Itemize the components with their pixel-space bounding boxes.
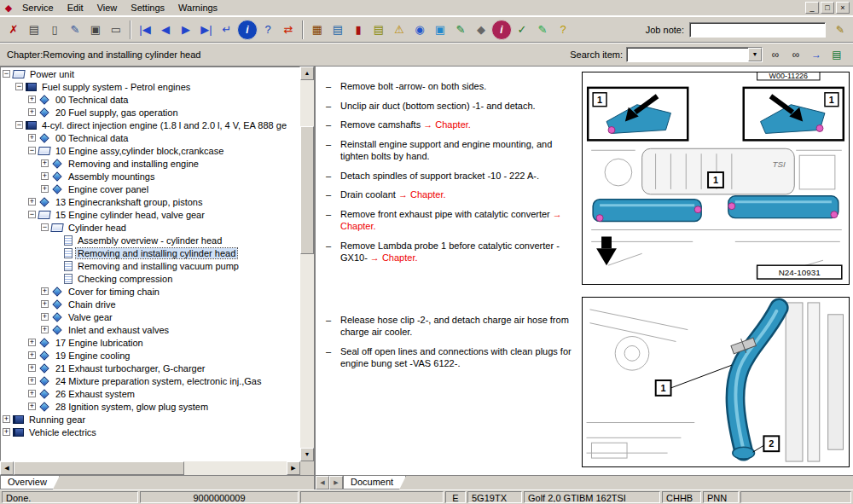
exit-icon[interactable]: ✗ [3, 20, 24, 40]
expand-icon[interactable]: + [41, 185, 49, 193]
scroll-up-icon[interactable]: ▲ [300, 67, 314, 80]
tab-scroll-right-icon[interactable]: ▶ [329, 476, 343, 490]
tree-item[interactable]: +Removing and installing engine [1, 157, 299, 170]
tree-horizontal-scrollbar[interactable]: ◀ ▶ [0, 461, 300, 475]
info-icon[interactable]: i [237, 20, 258, 40]
service-info-icon[interactable]: i [491, 20, 512, 40]
tree-item[interactable]: +13 Enginecrankshaft group, pistons [1, 195, 299, 208]
vehicle-data-icon[interactable]: ▭ [106, 20, 126, 40]
search-global-icon[interactable]: ∞ [786, 45, 805, 64]
tree-item[interactable]: +24 Mixture preparation system, electron… [1, 374, 299, 387]
tab-document[interactable]: Document [343, 476, 406, 490]
notes-list-icon[interactable]: ▤ [368, 20, 389, 40]
warning-icon[interactable]: ⚠ [389, 20, 409, 40]
menu-warnings[interactable]: Warnings [171, 1, 224, 14]
collapse-icon[interactable]: − [3, 70, 10, 78]
tree-item[interactable]: +Cover for timing chain [1, 285, 299, 298]
tree-item[interactable]: −Cylinder head [1, 221, 299, 234]
previous-record-icon[interactable]: ◀ [155, 20, 176, 40]
tab-scroll-left-icon[interactable]: ◀ [316, 476, 329, 490]
collapse-icon[interactable]: − [41, 223, 49, 231]
collapse-icon[interactable]: − [15, 121, 23, 129]
tree-item[interactable]: +19 Engine cooling [1, 349, 299, 362]
check-doc-icon[interactable]: ✓ [512, 20, 532, 40]
print-list-icon[interactable]: ▤ [328, 20, 348, 40]
tree-item[interactable]: Removing and installing cylinder head [1, 246, 299, 259]
first-record-icon[interactable]: |◀ [135, 20, 155, 40]
scroll-left-icon[interactable]: ◀ [0, 461, 14, 475]
minimize-button[interactable]: _ [805, 2, 819, 14]
tree-item[interactable]: +00 Technical data [1, 131, 299, 144]
expand-icon[interactable]: + [3, 428, 10, 436]
edit-document-icon[interactable]: ✎ [65, 20, 85, 40]
tree-item[interactable]: Checking compression [1, 272, 299, 285]
tree-item[interactable]: +Engine cover panel [1, 182, 299, 195]
tree-item[interactable]: +Inlet and exhaust valves [1, 323, 299, 336]
tree-item[interactable]: −Power unit [1, 67, 299, 80]
menu-edit[interactable]: Edit [61, 1, 90, 14]
expand-icon[interactable]: + [28, 198, 36, 206]
tab-overview[interactable]: Overview [0, 476, 60, 490]
chapter-link[interactable]: → Chapter. [340, 209, 562, 232]
key-icon[interactable]: ◆ [471, 20, 491, 40]
cards-icon[interactable]: ▦ [307, 20, 328, 40]
scroll-down-icon[interactable]: ▼ [300, 448, 314, 461]
chapter-link[interactable]: → Chapter. [370, 252, 418, 263]
vertical-scroll-thumb[interactable] [300, 126, 314, 254]
menu-service[interactable]: Service [15, 1, 61, 14]
job-note-edit-icon[interactable]: ✎ [831, 20, 850, 39]
next-record-icon[interactable]: ▶ [176, 20, 196, 40]
tree-item[interactable]: +28 Ignition system, glow plug system [1, 400, 299, 413]
close-button[interactable]: × [836, 2, 850, 14]
tree-item[interactable]: +Chain drive [1, 298, 299, 310]
collapse-icon[interactable]: − [28, 147, 36, 154]
expand-icon[interactable]: + [41, 326, 49, 333]
chapter-link[interactable]: → Chapter. [423, 119, 471, 130]
tree-item[interactable]: +17 Engine lubrication [1, 336, 299, 349]
menu-view[interactable]: View [90, 1, 125, 14]
tree-item[interactable]: −15 Engine cylinder head, valve gear [1, 208, 299, 221]
print-icon[interactable]: ▤ [24, 20, 44, 40]
expand-icon[interactable]: + [28, 377, 36, 385]
tree-item[interactable]: +Valve gear [1, 310, 299, 323]
manual-icon[interactable]: ▮ [348, 20, 368, 40]
expand-icon[interactable]: + [28, 134, 36, 142]
search-document-icon[interactable]: ∞ [766, 45, 785, 64]
expand-icon[interactable]: + [28, 364, 36, 372]
swap-icon[interactable]: ⇄ [278, 20, 299, 40]
tree-item[interactable]: +Running gear [1, 413, 299, 426]
last-record-icon[interactable]: ▶| [196, 20, 217, 40]
expand-icon[interactable]: + [28, 339, 36, 346]
tree-item[interactable]: +26 Exhaust system [1, 387, 299, 400]
search-combobox[interactable]: ▼ [626, 47, 763, 62]
tree-item[interactable]: +20 Fuel supply, gas operation [1, 106, 299, 119]
job-note-input[interactable] [689, 22, 826, 38]
write-icon[interactable]: ✎ [532, 20, 553, 40]
expand-icon[interactable]: + [41, 172, 49, 180]
chapter-link[interactable]: → Chapter. [398, 189, 446, 200]
edit-green-icon[interactable]: ✎ [450, 20, 471, 40]
search-go-icon[interactable]: → [807, 45, 826, 64]
globe-icon[interactable]: ◉ [409, 20, 430, 40]
restore-button[interactable]: □ [821, 2, 834, 14]
expand-icon[interactable]: + [41, 159, 49, 167]
return-icon[interactable]: ↵ [217, 20, 237, 40]
expand-icon[interactable]: + [28, 390, 36, 397]
help-icon[interactable]: ? [258, 20, 278, 40]
expand-icon[interactable]: + [41, 300, 49, 308]
collapse-icon[interactable]: − [28, 211, 36, 218]
tree-item[interactable]: −10 Engine assy,cylinder block,crankcase [1, 144, 299, 157]
tree-item[interactable]: Assembly overview - cylinder head [1, 234, 299, 246]
horizontal-scroll-thumb[interactable] [14, 461, 184, 475]
new-document-icon[interactable]: ▯ [44, 20, 65, 40]
expand-icon[interactable]: + [3, 415, 10, 423]
tree-item[interactable]: Removing and installing vacuum pump [1, 259, 299, 272]
expand-icon[interactable]: + [28, 403, 36, 410]
expand-icon[interactable]: + [28, 108, 36, 116]
tree-vertical-scrollbar[interactable]: ▲ ▼ [300, 67, 314, 461]
expand-icon[interactable]: + [28, 96, 36, 103]
menu-settings[interactable]: Settings [124, 1, 171, 14]
tree-item[interactable]: +Vehicle electrics [1, 426, 299, 438]
tree-item[interactable]: +Assembly mountings [1, 170, 299, 182]
expand-icon[interactable]: + [41, 287, 49, 295]
